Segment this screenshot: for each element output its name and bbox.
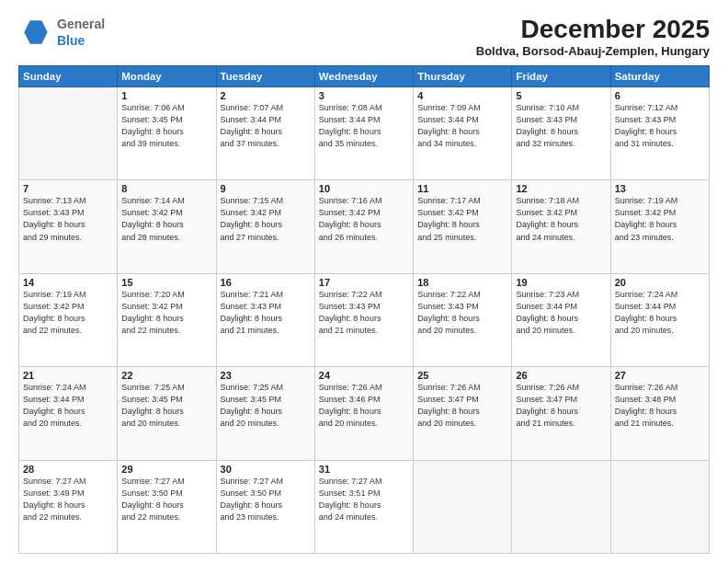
day-number: 27 bbox=[615, 370, 705, 381]
day-number: 15 bbox=[121, 277, 211, 288]
table-row: 16Sunrise: 7:21 AM Sunset: 3:43 PM Dayli… bbox=[216, 273, 314, 366]
day-info: Sunrise: 7:06 AM Sunset: 3:45 PM Dayligh… bbox=[121, 102, 211, 150]
page-title: December 2025 bbox=[476, 15, 710, 44]
col-wednesday: Wednesday bbox=[314, 66, 413, 87]
day-number: 11 bbox=[417, 183, 507, 194]
day-info: Sunrise: 7:08 AM Sunset: 3:44 PM Dayligh… bbox=[319, 102, 409, 150]
table-row: 25Sunrise: 7:26 AM Sunset: 3:47 PM Dayli… bbox=[414, 367, 512, 460]
col-friday: Friday bbox=[512, 66, 610, 87]
table-row: 14Sunrise: 7:19 AM Sunset: 3:42 PM Dayli… bbox=[19, 273, 118, 366]
day-info: Sunrise: 7:16 AM Sunset: 3:42 PM Dayligh… bbox=[319, 195, 409, 243]
day-info: Sunrise: 7:22 AM Sunset: 3:43 PM Dayligh… bbox=[319, 289, 409, 337]
day-info: Sunrise: 7:25 AM Sunset: 3:45 PM Dayligh… bbox=[121, 382, 211, 430]
day-number: 25 bbox=[417, 370, 507, 381]
col-sunday: Sunday bbox=[19, 66, 118, 87]
col-tuesday: Tuesday bbox=[216, 66, 314, 87]
day-info: Sunrise: 7:14 AM Sunset: 3:42 PM Dayligh… bbox=[121, 195, 211, 243]
table-row: 6Sunrise: 7:12 AM Sunset: 3:43 PM Daylig… bbox=[610, 87, 709, 180]
day-number: 6 bbox=[615, 90, 705, 101]
title-block: December 2025 Boldva, Borsod-Abauj-Zempl… bbox=[476, 15, 710, 58]
day-number: 10 bbox=[319, 183, 409, 194]
table-row: 11Sunrise: 7:17 AM Sunset: 3:42 PM Dayli… bbox=[414, 180, 512, 273]
table-row: 28Sunrise: 7:27 AM Sunset: 3:49 PM Dayli… bbox=[19, 460, 118, 553]
day-info: Sunrise: 7:23 AM Sunset: 3:44 PM Dayligh… bbox=[516, 289, 606, 337]
page: GeneralBlue December 2025 Boldva, Borsod… bbox=[0, 0, 728, 563]
day-number: 12 bbox=[516, 183, 606, 194]
svg-marker-0 bbox=[24, 20, 47, 43]
day-info: Sunrise: 7:25 AM Sunset: 3:45 PM Dayligh… bbox=[221, 382, 311, 430]
table-row: 20Sunrise: 7:24 AM Sunset: 3:44 PM Dayli… bbox=[610, 273, 709, 366]
day-number: 24 bbox=[319, 370, 409, 381]
day-info: Sunrise: 7:24 AM Sunset: 3:44 PM Dayligh… bbox=[615, 289, 705, 337]
table-row bbox=[19, 87, 118, 180]
day-info: Sunrise: 7:22 AM Sunset: 3:43 PM Dayligh… bbox=[417, 289, 507, 337]
table-row: 29Sunrise: 7:27 AM Sunset: 3:50 PM Dayli… bbox=[118, 460, 216, 553]
day-number: 2 bbox=[221, 90, 311, 101]
table-row: 10Sunrise: 7:16 AM Sunset: 3:42 PM Dayli… bbox=[314, 180, 413, 273]
table-row: 13Sunrise: 7:19 AM Sunset: 3:42 PM Dayli… bbox=[610, 180, 709, 273]
day-info: Sunrise: 7:27 AM Sunset: 3:50 PM Dayligh… bbox=[221, 476, 311, 523]
day-number: 1 bbox=[121, 90, 211, 101]
day-number: 4 bbox=[417, 90, 507, 101]
day-number: 13 bbox=[615, 183, 705, 194]
day-number: 5 bbox=[516, 90, 606, 101]
day-info: Sunrise: 7:12 AM Sunset: 3:43 PM Dayligh… bbox=[615, 102, 705, 150]
day-number: 23 bbox=[221, 370, 311, 381]
col-monday: Monday bbox=[118, 66, 216, 87]
day-info: Sunrise: 7:26 AM Sunset: 3:48 PM Dayligh… bbox=[615, 382, 705, 430]
day-info: Sunrise: 7:17 AM Sunset: 3:42 PM Dayligh… bbox=[417, 195, 507, 243]
logo-icon bbox=[18, 15, 53, 50]
table-row: 3Sunrise: 7:08 AM Sunset: 3:44 PM Daylig… bbox=[314, 87, 413, 180]
calendar-table: Sunday Monday Tuesday Wednesday Thursday… bbox=[18, 65, 710, 554]
table-row bbox=[414, 460, 512, 553]
table-row: 24Sunrise: 7:26 AM Sunset: 3:46 PM Dayli… bbox=[314, 367, 413, 460]
day-info: Sunrise: 7:26 AM Sunset: 3:47 PM Dayligh… bbox=[516, 382, 606, 430]
table-row: 15Sunrise: 7:20 AM Sunset: 3:42 PM Dayli… bbox=[118, 273, 216, 366]
day-number: 30 bbox=[221, 464, 311, 475]
day-number: 16 bbox=[221, 277, 311, 288]
calendar-header-row: Sunday Monday Tuesday Wednesday Thursday… bbox=[19, 66, 710, 87]
page-subtitle: Boldva, Borsod-Abauj-Zemplen, Hungary bbox=[476, 44, 710, 58]
table-row: 18Sunrise: 7:22 AM Sunset: 3:43 PM Dayli… bbox=[414, 273, 512, 366]
table-row: 27Sunrise: 7:26 AM Sunset: 3:48 PM Dayli… bbox=[610, 367, 709, 460]
table-row: 26Sunrise: 7:26 AM Sunset: 3:47 PM Dayli… bbox=[512, 367, 610, 460]
day-number: 19 bbox=[516, 277, 606, 288]
header: GeneralBlue December 2025 Boldva, Borsod… bbox=[18, 15, 710, 58]
table-row: 4Sunrise: 7:09 AM Sunset: 3:44 PM Daylig… bbox=[414, 87, 512, 180]
day-info: Sunrise: 7:27 AM Sunset: 3:50 PM Dayligh… bbox=[121, 476, 211, 523]
table-row bbox=[512, 460, 610, 553]
day-number: 20 bbox=[615, 277, 705, 288]
table-row: 1Sunrise: 7:06 AM Sunset: 3:45 PM Daylig… bbox=[118, 87, 216, 180]
logo-general: General bbox=[57, 17, 105, 31]
day-number: 9 bbox=[221, 183, 311, 194]
table-row: 7Sunrise: 7:13 AM Sunset: 3:43 PM Daylig… bbox=[19, 180, 118, 273]
table-row: 22Sunrise: 7:25 AM Sunset: 3:45 PM Dayli… bbox=[118, 367, 216, 460]
day-info: Sunrise: 7:19 AM Sunset: 3:42 PM Dayligh… bbox=[23, 289, 113, 337]
col-thursday: Thursday bbox=[414, 66, 512, 87]
table-row: 21Sunrise: 7:24 AM Sunset: 3:44 PM Dayli… bbox=[19, 367, 118, 460]
day-number: 3 bbox=[319, 90, 409, 101]
table-row: 19Sunrise: 7:23 AM Sunset: 3:44 PM Dayli… bbox=[512, 273, 610, 366]
calendar-week-row: 1Sunrise: 7:06 AM Sunset: 3:45 PM Daylig… bbox=[19, 87, 710, 180]
day-info: Sunrise: 7:15 AM Sunset: 3:42 PM Dayligh… bbox=[221, 195, 311, 243]
day-info: Sunrise: 7:27 AM Sunset: 3:49 PM Dayligh… bbox=[23, 476, 113, 523]
day-number: 28 bbox=[23, 464, 113, 475]
table-row: 5Sunrise: 7:10 AM Sunset: 3:43 PM Daylig… bbox=[512, 87, 610, 180]
day-info: Sunrise: 7:26 AM Sunset: 3:47 PM Dayligh… bbox=[417, 382, 507, 430]
day-number: 7 bbox=[23, 183, 113, 194]
day-info: Sunrise: 7:24 AM Sunset: 3:44 PM Dayligh… bbox=[23, 382, 113, 430]
calendar-week-row: 14Sunrise: 7:19 AM Sunset: 3:42 PM Dayli… bbox=[19, 273, 710, 366]
day-info: Sunrise: 7:09 AM Sunset: 3:44 PM Dayligh… bbox=[417, 102, 507, 150]
day-info: Sunrise: 7:13 AM Sunset: 3:43 PM Dayligh… bbox=[23, 195, 113, 243]
day-info: Sunrise: 7:10 AM Sunset: 3:43 PM Dayligh… bbox=[516, 102, 606, 150]
day-number: 17 bbox=[319, 277, 409, 288]
calendar-week-row: 21Sunrise: 7:24 AM Sunset: 3:44 PM Dayli… bbox=[19, 367, 710, 460]
table-row: 23Sunrise: 7:25 AM Sunset: 3:45 PM Dayli… bbox=[216, 367, 314, 460]
day-number: 18 bbox=[417, 277, 507, 288]
day-info: Sunrise: 7:26 AM Sunset: 3:46 PM Dayligh… bbox=[319, 382, 409, 430]
table-row: 8Sunrise: 7:14 AM Sunset: 3:42 PM Daylig… bbox=[118, 180, 216, 273]
day-info: Sunrise: 7:19 AM Sunset: 3:42 PM Dayligh… bbox=[615, 195, 705, 243]
logo-blue: Blue bbox=[57, 33, 85, 48]
day-number: 31 bbox=[319, 464, 409, 475]
day-number: 29 bbox=[121, 464, 211, 475]
